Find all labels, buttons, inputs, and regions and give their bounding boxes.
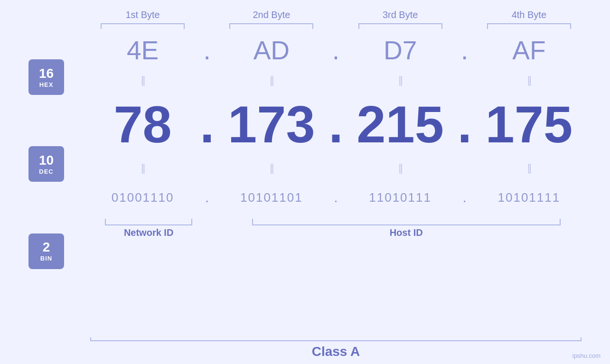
- badge-dec-num: 10: [39, 153, 54, 168]
- badge-bin-label: BIN: [40, 255, 52, 262]
- hex-dot-2-char: .: [332, 35, 339, 65]
- network-id-bracket: [105, 219, 193, 225]
- eq-row-1: || || || ||: [90, 72, 582, 88]
- class-label: Class A: [90, 344, 582, 359]
- watermark: ipshu.com: [572, 352, 601, 359]
- bin-dot-2: .: [324, 189, 348, 205]
- id-labels: Network ID Host ID: [90, 219, 582, 238]
- eq-2-4: ||: [477, 162, 582, 174]
- badge-hex-label: HEX: [39, 81, 54, 88]
- eq-sign-2-3: ||: [398, 162, 402, 174]
- hex-row: 4E . AD . D7 . AF: [90, 29, 582, 72]
- hex-val-4: AF: [477, 35, 582, 65]
- byte-label-1: 1st Byte: [125, 9, 160, 20]
- eq-1-3: ||: [348, 74, 453, 86]
- dec-dot-2-char: .: [328, 94, 343, 154]
- badge-bin: 2 BIN: [28, 233, 64, 269]
- byte-col-1: 1st Byte: [90, 9, 195, 29]
- hex-dot-1: .: [195, 35, 219, 65]
- dec-val-3: 215: [348, 94, 453, 154]
- badges-col: 16 HEX 10 DEC 2 BIN: [28, 29, 90, 333]
- badge-hex: 16 HEX: [28, 59, 64, 95]
- class-row: Class A: [28, 337, 582, 359]
- network-id-label: Network ID: [124, 227, 173, 238]
- byte-col-2: 2nd Byte: [219, 9, 324, 29]
- byte-label-2: 2nd Byte: [253, 9, 290, 20]
- main-area: 16 HEX 10 DEC 2 BIN 4E .: [28, 29, 582, 333]
- hex-text-3: D7: [384, 35, 417, 65]
- eq-sign-1-1: ||: [141, 74, 144, 86]
- dec-dot-2: .: [324, 94, 348, 154]
- bin-text-2: 10101101: [240, 190, 303, 205]
- eq-2-3: ||: [348, 162, 453, 174]
- byte-col-3: 3rd Byte: [348, 9, 453, 29]
- eq-1-1: ||: [90, 74, 195, 86]
- byte-bracket-4: [487, 23, 571, 29]
- dec-text-1: 78: [113, 94, 171, 154]
- hex-dot-3-char: .: [461, 35, 468, 65]
- eq-sign-1-4: ||: [527, 74, 531, 86]
- bin-dot-1: .: [195, 189, 219, 205]
- eq-1-4: ||: [477, 74, 582, 86]
- bin-text-4: 10101111: [498, 190, 561, 205]
- dec-text-4: 175: [486, 94, 573, 154]
- bin-val-1: 01001110: [90, 190, 195, 205]
- hex-val-2: AD: [219, 35, 324, 65]
- dec-val-1: 78: [90, 94, 195, 154]
- dec-text-2: 173: [228, 94, 315, 154]
- bin-text-1: 01001110: [112, 190, 174, 205]
- dec-dot-1-char: .: [200, 94, 215, 154]
- byte-col-4: 4th Byte: [477, 9, 582, 29]
- hex-dot-3: .: [453, 35, 477, 65]
- bin-val-4: 10101111: [477, 190, 582, 205]
- hex-val-1: 4E: [90, 35, 195, 65]
- byte-label-4: 4th Byte: [512, 9, 546, 20]
- hex-dot-2: .: [324, 35, 348, 65]
- host-id-label: Host ID: [390, 227, 423, 238]
- dec-dot-1: .: [195, 94, 219, 154]
- bin-val-3: 11010111: [348, 190, 453, 205]
- badge-bin-num: 2: [43, 240, 50, 255]
- class-bracket: [90, 337, 582, 341]
- dec-val-2: 173: [219, 94, 324, 154]
- eq-2-2: ||: [219, 162, 324, 174]
- network-id-section: Network ID: [90, 219, 207, 238]
- byte-bracket-3: [358, 23, 442, 29]
- bin-dot-3-char: .: [463, 189, 467, 205]
- eq-1-2: ||: [219, 74, 324, 86]
- badge-hex-num: 16: [39, 66, 54, 81]
- dec-val-4: 175: [477, 94, 582, 154]
- badge-dec: 10 DEC: [28, 146, 64, 182]
- dec-row: 78 . 173 . 215 . 175: [90, 88, 582, 159]
- hex-val-3: D7: [348, 35, 453, 65]
- dec-text-3: 215: [357, 94, 444, 154]
- values-area: 4E . AD . D7 . AF: [90, 29, 582, 333]
- eq-row-2: || || || ||: [90, 159, 582, 176]
- dec-dot-3: .: [453, 94, 477, 154]
- bin-val-2: 10101101: [219, 190, 324, 205]
- byte-bracket-2: [229, 23, 313, 29]
- eq-sign-2-1: ||: [141, 162, 144, 174]
- byte-bracket-1: [101, 23, 185, 29]
- hex-text-2: AD: [253, 35, 290, 65]
- bin-text-3: 11010111: [369, 190, 432, 205]
- dec-dot-3-char: .: [457, 94, 472, 154]
- hex-text-1: 4E: [127, 35, 159, 65]
- hex-dot-1-char: .: [204, 35, 211, 65]
- host-id-section: Host ID: [231, 219, 582, 238]
- hex-text-4: AF: [512, 35, 545, 65]
- badge-dec-label: DEC: [39, 168, 53, 175]
- bin-dot-3: .: [453, 189, 477, 205]
- byte-headers-row: 1st Byte 2nd Byte 3rd Byte 4th Byte: [28, 9, 582, 29]
- host-id-bracket: [252, 219, 561, 225]
- eq-sign-2-4: ||: [527, 162, 531, 174]
- bin-dot-1-char: .: [205, 189, 209, 205]
- eq-sign-1-2: ||: [270, 74, 273, 86]
- bin-dot-2-char: .: [334, 189, 338, 205]
- eq-sign-2-2: ||: [270, 162, 273, 174]
- byte-label-3: 3rd Byte: [383, 9, 418, 20]
- eq-sign-1-3: ||: [398, 74, 402, 86]
- main-container: 1st Byte 2nd Byte 3rd Byte 4th Byte 16 H…: [0, 0, 610, 364]
- bin-row: 01001110 . 10101101 . 11010111 .: [90, 176, 582, 219]
- eq-2-1: ||: [90, 162, 195, 174]
